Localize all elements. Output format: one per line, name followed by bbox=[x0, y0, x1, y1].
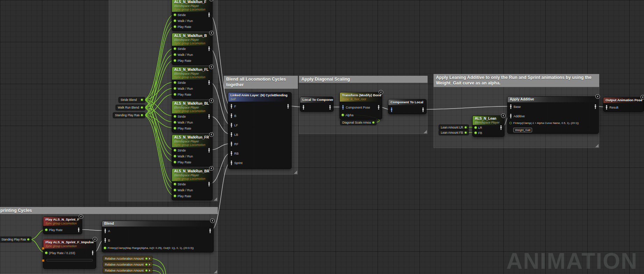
variable-node-relative-acceleration-y[interactable]: Relative Acceleration Amount Y bbox=[103, 262, 152, 267]
lr-pin[interactable] bbox=[474, 126, 477, 129]
node-als-n-walkrun-fl[interactable]: ALS_N_WalkRun_FL Blendspace Player Sync … bbox=[172, 67, 213, 99]
pose-output-pin[interactable] bbox=[422, 108, 424, 112]
pose-input-pin[interactable] bbox=[390, 108, 393, 112]
output-pin[interactable] bbox=[27, 238, 29, 240]
stride-pin[interactable] bbox=[174, 149, 176, 151]
output-pin[interactable] bbox=[141, 114, 143, 116]
node-transform-modify-bone[interactable]: Transform (Modify) Bone Bone: ik_foot_ro… bbox=[339, 92, 382, 119]
pose-output-pin[interactable] bbox=[77, 228, 80, 232]
variable-node-diagonal-scale-amount[interactable]: Diagonal Scale Amount bbox=[340, 120, 377, 125]
comment-title[interactable]: Apply Leaning Additive to only the Run a… bbox=[434, 74, 599, 87]
output-pin[interactable] bbox=[141, 99, 143, 101]
node-component-to-local[interactable]: Component To Local bbox=[388, 99, 427, 114]
stride-pin[interactable] bbox=[174, 183, 176, 185]
pose-output-pin[interactable] bbox=[208, 46, 210, 51]
blueprint-graph-canvas[interactable]: Blend all Locomotion Cycles together App… bbox=[0, 0, 644, 274]
pose-output-pin[interactable] bbox=[208, 114, 210, 119]
pose-output-pin[interactable] bbox=[594, 104, 597, 109]
variable-node-standing-play-rate-sprint[interactable]: Standing Play Rate bbox=[0, 237, 31, 242]
pose-input-pin[interactable] bbox=[509, 114, 512, 118]
variable-node-standing-play-rate[interactable]: Standing Play Rate bbox=[113, 112, 145, 118]
output-pin[interactable] bbox=[145, 258, 148, 260]
variable-node-walk-run-blend[interactable]: Walk Run Blend bbox=[116, 105, 145, 110]
scrub-bar[interactable] bbox=[46, 259, 93, 261]
node-als-n-walkrun-fr[interactable]: ALS_N_WalkRun_FR Blendspace Player Sync … bbox=[172, 134, 213, 166]
variable-node-relative-acceleration-x[interactable]: Relative Acceleration Amount X bbox=[103, 256, 152, 261]
pose-output-pin[interactable] bbox=[208, 13, 210, 17]
pose-output-pin[interactable] bbox=[91, 251, 94, 255]
node-als-n-walkrun-f[interactable]: ALS_N_WalkRun_F Blendspace Player Sync g… bbox=[172, 0, 213, 31]
variable-node-lean-amount-fb[interactable]: Lean Amount FB bbox=[439, 130, 469, 135]
walk-run-pin[interactable] bbox=[174, 155, 176, 157]
pose-output-pin[interactable] bbox=[208, 148, 210, 153]
alpha-curve-name-field[interactable]: Weight_Gait bbox=[513, 128, 532, 132]
play-rate-pin[interactable] bbox=[174, 25, 176, 28]
stride-pin[interactable] bbox=[174, 81, 176, 84]
node-apply-additive[interactable]: Apply Additive Base Additive FInterp(Cla… bbox=[507, 96, 599, 134]
output-pin[interactable] bbox=[141, 106, 143, 109]
pose-input-pin[interactable] bbox=[104, 238, 107, 243]
pose-input-pin[interactable] bbox=[230, 104, 233, 109]
pose-output-pin[interactable] bbox=[377, 105, 380, 110]
exposed-pin-orange[interactable] bbox=[42, 247, 44, 250]
pose-input-pin[interactable] bbox=[104, 229, 107, 233]
play-rate-pin[interactable] bbox=[45, 229, 48, 231]
node-als-n-walkrun-bl[interactable]: ALS_N_WalkRun_BL Blendspace Player Sync … bbox=[172, 101, 213, 133]
node-play-als-n-sprint-f-impulse[interactable]: Play ALS_N_Sprint_F_Impulse Sync group L… bbox=[43, 239, 96, 269]
variable-node-lean-amount-lr[interactable]: Lean Amount LR bbox=[439, 125, 469, 130]
pose-input-pin[interactable] bbox=[302, 105, 305, 110]
node-local-to-component[interactable]: Local To Component bbox=[300, 97, 334, 112]
comment-title[interactable]: Apply Diagonal Scaling bbox=[299, 76, 428, 83]
play-rate-pin[interactable] bbox=[174, 161, 176, 163]
node-output-animation-pose[interactable]: Output Animation Pose Result bbox=[603, 97, 644, 112]
node-als-n-walkrun-br[interactable]: ALS_N_WalkRun_BR Blendspace Player Sync … bbox=[172, 168, 213, 200]
pose-input-pin[interactable] bbox=[230, 151, 233, 156]
walk-run-pin[interactable] bbox=[174, 121, 176, 124]
output-pin[interactable] bbox=[372, 121, 374, 124]
node-linked-anim-layer[interactable]: Linked Anim Layer: (N) CycleBlending Sel… bbox=[228, 92, 292, 169]
pose-output-pin[interactable] bbox=[329, 105, 331, 110]
pose-input-pin[interactable] bbox=[509, 104, 512, 109]
node-als-n-lean[interactable]: ALS_N_Lean Blendspace Player LR FB bbox=[472, 116, 505, 137]
node-blend[interactable]: Blend A B FInterp(Clamp(Map Range(Alpha,… bbox=[102, 221, 214, 252]
pose-input-pin[interactable] bbox=[230, 161, 233, 165]
walk-run-pin[interactable] bbox=[174, 53, 176, 56]
pose-input-pin[interactable] bbox=[230, 123, 233, 127]
walk-run-pin[interactable] bbox=[174, 20, 176, 22]
pose-output-pin[interactable] bbox=[208, 182, 210, 186]
stride-pin[interactable] bbox=[174, 47, 176, 50]
alpha-pin[interactable] bbox=[509, 122, 512, 124]
comment-title[interactable]: Blend all Locomotion Cycles together bbox=[224, 76, 298, 89]
output-pin[interactable] bbox=[465, 132, 467, 134]
variable-node-stride-blend[interactable]: Stride Blend bbox=[119, 97, 145, 103]
node-als-n-walkrun-b[interactable]: ALS_N_WalkRun_B Blendspace Player Sync g… bbox=[172, 33, 213, 65]
alpha-pin[interactable] bbox=[104, 247, 106, 249]
output-pin[interactable] bbox=[145, 264, 148, 266]
pose-input-pin[interactable] bbox=[342, 105, 344, 110]
pose-output-pin[interactable] bbox=[500, 125, 502, 130]
pose-output-pin[interactable] bbox=[209, 229, 212, 233]
play-rate-pin[interactable] bbox=[174, 59, 176, 62]
walk-run-pin[interactable] bbox=[174, 87, 176, 90]
exposed-pin-orange[interactable] bbox=[42, 259, 44, 262]
play-rate-pin[interactable] bbox=[45, 252, 48, 254]
stride-pin[interactable] bbox=[174, 14, 176, 16]
pose-input-pin[interactable] bbox=[230, 142, 233, 146]
output-pin[interactable] bbox=[465, 126, 467, 128]
stride-pin[interactable] bbox=[174, 115, 176, 118]
walk-run-pin[interactable] bbox=[174, 189, 176, 191]
pose-input-pin[interactable] bbox=[230, 113, 233, 118]
variable-node-relative-acceleration-z[interactable]: Relative Acceleration Amount Z bbox=[103, 268, 152, 273]
pose-input-pin[interactable] bbox=[605, 105, 608, 110]
play-rate-pin[interactable] bbox=[174, 93, 176, 96]
play-rate-pin[interactable] bbox=[174, 195, 176, 197]
node-play-als-n-sprint-f[interactable]: Play ALS_N_Sprint_F Sync group Locomotio… bbox=[43, 216, 82, 234]
comment-title[interactable]: printing Cycles bbox=[0, 207, 218, 214]
alpha-pin[interactable] bbox=[342, 114, 344, 116]
pose-output-pin[interactable] bbox=[287, 104, 289, 109]
fb-pin[interactable] bbox=[474, 132, 477, 134]
output-pin[interactable] bbox=[145, 269, 148, 272]
pose-output-pin[interactable] bbox=[208, 80, 210, 85]
play-rate-pin[interactable] bbox=[174, 127, 176, 129]
pose-input-pin[interactable] bbox=[230, 132, 233, 137]
